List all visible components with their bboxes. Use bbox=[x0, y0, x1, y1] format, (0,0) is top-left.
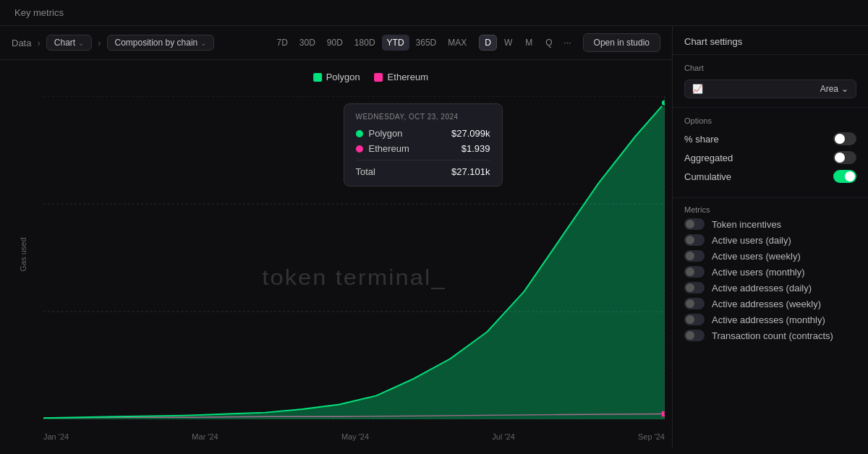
time-btn-max[interactable]: MAX bbox=[443, 35, 472, 51]
key-metrics-title: Key metrics bbox=[14, 7, 64, 18]
legend-ethereum: Ethereum bbox=[375, 72, 428, 82]
transaction-count-label: Transaction count (contracts) bbox=[712, 330, 833, 341]
aggregated-row: Aggregated bbox=[684, 151, 856, 164]
time-btn-30d[interactable]: 30D bbox=[294, 35, 320, 51]
polygon-legend-label: Polygon bbox=[326, 72, 360, 82]
aggregated-toggle[interactable] bbox=[833, 151, 856, 164]
svg-point-9 bbox=[661, 100, 665, 106]
more-options-button[interactable]: ··· bbox=[560, 35, 576, 51]
tooltip-row-polygon: Polygon $27.099k bbox=[356, 128, 490, 139]
right-panel: Chart settings Chart 📈 Area ⌄ Options % … bbox=[673, 26, 868, 448]
tooltip-row-ethereum: Ethereum $1.939 bbox=[356, 143, 490, 154]
active-users-daily-label: Active users (daily) bbox=[712, 235, 791, 246]
chart-settings-title: Chart settings bbox=[673, 26, 868, 55]
chart-type-select-label: Area bbox=[820, 84, 838, 94]
gran-btn-w[interactable]: W bbox=[498, 35, 518, 51]
x-label-jan: Jan '24 bbox=[43, 432, 69, 441]
active-users-weekly-toggle[interactable] bbox=[684, 250, 705, 262]
chart-type-select[interactable]: 📈 Area ⌄ bbox=[684, 80, 856, 98]
x-axis-labels: Jan '24 Mar '24 May '24 Jul '24 Sep '24 bbox=[43, 432, 665, 441]
percent-share-toggle-thumb bbox=[835, 134, 845, 144]
transaction-count-toggle[interactable] bbox=[684, 330, 705, 341]
cumulative-toggle[interactable] bbox=[833, 170, 856, 183]
chart-area: Data › Chart ⌄ › Composition by chain ⌄ … bbox=[0, 26, 673, 448]
metric-active-users-monthly[interactable]: Active users (monthly) bbox=[684, 266, 856, 278]
chart-type-label: Chart bbox=[54, 38, 75, 48]
gran-btn-d[interactable]: D bbox=[479, 35, 497, 51]
metric-active-addresses-monthly[interactable]: Active addresses (monthly) bbox=[684, 314, 856, 325]
options-section: Options % share Aggregated Cumulative bbox=[673, 108, 868, 198]
svg-rect-10 bbox=[662, 411, 665, 416]
x-label-mar: Mar '24 bbox=[192, 432, 218, 441]
metric-active-addresses-weekly[interactable]: Active addresses (weekly) bbox=[684, 298, 856, 309]
composition-label: Composition by chain bbox=[115, 38, 198, 48]
percent-share-toggle[interactable] bbox=[833, 132, 856, 145]
metrics-label: Metrics bbox=[673, 198, 868, 218]
x-label-sep: Sep '24 bbox=[638, 432, 665, 441]
main-layout: Data › Chart ⌄ › Composition by chain ⌄ … bbox=[0, 26, 868, 448]
composition-button[interactable]: Composition by chain ⌄ bbox=[107, 35, 215, 51]
chart-type-chevron-icon: ⌄ bbox=[78, 39, 84, 47]
cumulative-toggle-thumb bbox=[845, 171, 855, 181]
open-in-studio-button[interactable]: Open in studio bbox=[583, 33, 660, 52]
chart-type-button[interactable]: Chart ⌄ bbox=[46, 35, 92, 51]
active-addresses-daily-toggle[interactable] bbox=[684, 282, 705, 294]
x-label-jul: Jul '24 bbox=[492, 432, 514, 441]
chart-container: Gas used Polygon Ethereum WEDNESDAY, OCT… bbox=[0, 60, 672, 448]
legend-polygon: Polygon bbox=[313, 72, 360, 82]
toolbar: Data › Chart ⌄ › Composition by chain ⌄ … bbox=[0, 26, 672, 60]
metric-token-incentives[interactable]: Token incentives bbox=[684, 218, 856, 230]
active-users-daily-toggle[interactable] bbox=[684, 234, 705, 246]
time-btn-90d[interactable]: 90D bbox=[322, 35, 348, 51]
svg-text:token terminal_: token terminal_ bbox=[262, 265, 446, 289]
tooltip-divider bbox=[356, 160, 490, 160]
active-addresses-weekly-label: Active addresses (weekly) bbox=[712, 299, 821, 309]
active-addresses-weekly-toggle[interactable] bbox=[684, 298, 705, 309]
token-incentives-label: Token incentives bbox=[712, 219, 781, 230]
top-bar: Key metrics bbox=[0, 0, 868, 26]
tooltip-polygon-dot bbox=[356, 130, 363, 137]
composition-chevron-icon: ⌄ bbox=[200, 39, 206, 47]
time-btn-180d[interactable]: 180D bbox=[349, 35, 380, 51]
token-incentives-toggle[interactable] bbox=[684, 218, 705, 230]
polygon-color-dot bbox=[313, 73, 322, 82]
metric-active-users-weekly[interactable]: Active users (weekly) bbox=[684, 250, 856, 262]
tooltip-total-value: $27.101k bbox=[451, 166, 490, 177]
time-btn-365d[interactable]: 365D bbox=[411, 35, 442, 51]
metric-transaction-count[interactable]: Transaction count (contracts) bbox=[684, 330, 856, 341]
area-chart-icon: 📈 bbox=[692, 84, 703, 94]
active-users-weekly-label: Active users (weekly) bbox=[712, 251, 801, 262]
cumulative-row: Cumulative bbox=[684, 170, 856, 183]
tooltip-polygon-label: Polygon bbox=[369, 128, 403, 139]
gran-btn-q[interactable]: Q bbox=[540, 35, 558, 51]
active-users-monthly-label: Active users (monthly) bbox=[712, 267, 805, 278]
percent-share-label: % share bbox=[684, 134, 719, 145]
time-btn-ytd[interactable]: YTD bbox=[382, 35, 409, 51]
active-addresses-monthly-label: Active addresses (monthly) bbox=[712, 314, 825, 325]
metric-active-users-daily[interactable]: Active users (daily) bbox=[684, 234, 856, 246]
ethereum-legend-label: Ethereum bbox=[388, 72, 428, 82]
chart-tooltip: WEDNESDAY, OCT 23, 2024 Polygon $27.099k… bbox=[344, 103, 503, 187]
breadcrumb-data: Data bbox=[12, 38, 31, 48]
tooltip-total-row: Total $27.101k bbox=[356, 166, 490, 177]
granularity-group: D W M Q bbox=[479, 35, 558, 51]
metrics-section: Metrics Token incentives Active users (d… bbox=[673, 198, 868, 346]
chart-legend: Polygon Ethereum bbox=[313, 72, 428, 82]
percent-share-row: % share bbox=[684, 132, 856, 145]
active-addresses-daily-label: Active addresses (daily) bbox=[712, 283, 812, 294]
tooltip-ethereum-value: $1.939 bbox=[461, 143, 490, 154]
chart-section-label: Chart bbox=[684, 64, 856, 72]
aggregated-toggle-thumb bbox=[835, 153, 845, 163]
chart-type-section: Chart 📈 Area ⌄ bbox=[673, 55, 868, 108]
chart-select-chevron-icon: ⌄ bbox=[841, 84, 848, 94]
ethereum-color-dot bbox=[375, 73, 383, 82]
gran-btn-m[interactable]: M bbox=[519, 35, 538, 51]
y-axis-label: Gas used bbox=[19, 237, 27, 271]
aggregated-label: Aggregated bbox=[684, 153, 733, 163]
options-label: Options bbox=[684, 116, 856, 125]
time-filter-group: 7D 30D 90D 180D YTD 365D MAX D W M Q ···… bbox=[271, 33, 660, 52]
metric-active-addresses-daily[interactable]: Active addresses (daily) bbox=[684, 282, 856, 294]
active-users-monthly-toggle[interactable] bbox=[684, 266, 705, 278]
time-btn-7d[interactable]: 7D bbox=[271, 35, 292, 51]
active-addresses-monthly-toggle[interactable] bbox=[684, 314, 705, 325]
